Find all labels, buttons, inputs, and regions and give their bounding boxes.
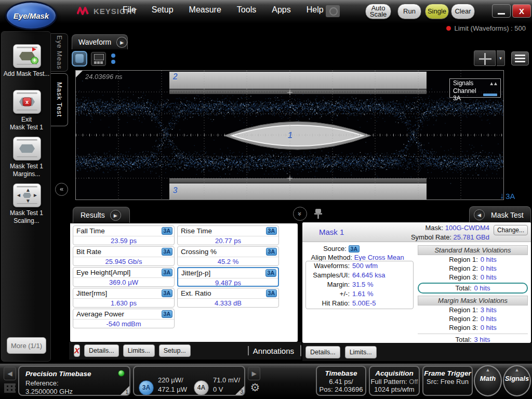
mask-scaling-button[interactable]: ◄ ► ▲ ▼	[13, 183, 41, 207]
change-mask-button[interactable]: Change...	[494, 225, 528, 235]
results-tab-expand-icon[interactable]: ▶	[110, 210, 121, 221]
sidebar-collapse-button[interactable]: «	[55, 183, 68, 196]
info-row: +/-:1.61 %	[306, 289, 413, 299]
source-badge: 3A	[162, 248, 172, 256]
gear-icon[interactable]: ⚙	[248, 381, 262, 394]
move-tool-dropdown[interactable]: ▼	[497, 50, 505, 66]
tiled-view-button[interactable]	[91, 52, 106, 66]
symbol-rate-value: 25.781 GBd	[454, 233, 489, 241]
run-button[interactable]: Run	[397, 4, 421, 19]
margins-hexagon-icon	[19, 144, 35, 153]
results-limits-button[interactable]: Limits...	[123, 344, 155, 357]
menu-help[interactable]: Help	[307, 5, 324, 15]
signals-button[interactable]: ▲ Signals	[503, 365, 531, 396]
menu-file[interactable]: File	[123, 5, 136, 15]
source-badge: 3A	[266, 289, 277, 297]
arrow-icon	[32, 47, 36, 51]
measurement-rise-time[interactable]: Rise Time3A 20.77 ps	[177, 225, 279, 245]
collapse-panel-button[interactable]: »	[293, 207, 307, 221]
waveform-tab-expand-icon[interactable]: ▶	[116, 37, 127, 48]
mask-test-footer: Details... Limits...	[302, 343, 532, 361]
mask-test-header: Mask 1 Mask: 100G-CWDM4 Change... Symbol…	[302, 222, 531, 242]
menu-tools[interactable]: Tools	[237, 5, 256, 15]
panel-corner-number: 1	[125, 389, 128, 395]
precision-timebase-panel[interactable]: Precision Timebase Reference: 3.2500000 …	[18, 366, 130, 396]
add-mask-test-button[interactable]: +	[13, 44, 41, 68]
frame-trigger-panel[interactable]: Frame Trigger Src: Free Run	[422, 366, 473, 396]
measurement-ext-ratio[interactable]: Ext. Ratio3A 4.333 dB	[177, 288, 279, 308]
toolbar-handle-icon[interactable]	[111, 54, 115, 64]
mask-margins-button[interactable]	[13, 137, 41, 161]
tab-eye-meas[interactable]: Eye Meas	[51, 33, 68, 72]
waveform-menu-button[interactable]	[511, 51, 529, 65]
statusbar-left-arrow[interactable]: ◀	[4, 367, 16, 380]
clear-button[interactable]: Clear	[451, 4, 475, 19]
standard-violations-title: Standard Mask Violations	[418, 245, 528, 255]
menu-measure[interactable]: Measure	[189, 5, 221, 15]
chevron-up-icon: ▲	[475, 366, 501, 374]
trigger-source-row: Src: Free Run	[423, 378, 472, 385]
mask-region-3-label: 3	[173, 186, 178, 195]
mask-test-tab-expand-icon[interactable]: ◀	[474, 209, 485, 220]
measurement-eye-height[interactable]: Eye Height[Ampl]3A 369.0 µW	[73, 267, 175, 287]
measurement-jitter-pp[interactable]: Jitter[p-p]3A 9.487 ps	[177, 267, 279, 287]
status-led-icon	[118, 370, 125, 377]
exit-mask-test-button[interactable]: x	[13, 90, 41, 114]
channel-4a-scale: 71.0 mV/	[213, 376, 240, 384]
violation-row: Region 3:0 hits	[418, 323, 528, 332]
results-panel: Fall Time3A 23.59 ps Rise Time3A 20.77 p…	[70, 223, 298, 342]
limit-status-text: Limit (Waveforms) : 500	[455, 24, 526, 32]
tab-mask-test-vertical[interactable]: Mask Test	[51, 73, 68, 126]
source-badge: 3A	[266, 227, 277, 235]
minimize-icon	[498, 13, 505, 15]
annotation-color-button[interactable]	[300, 345, 301, 356]
status-bar: ◀ Precision Timebase Reference: 3.250000…	[0, 364, 532, 399]
more-button[interactable]: More (1/1)	[7, 337, 46, 354]
info-row: Waveforms:500 wfm	[306, 261, 413, 271]
precision-timebase-title: Precision Timebase	[25, 370, 91, 378]
keypad-icon[interactable]	[4, 383, 16, 393]
delete-measurement-button[interactable]: X	[74, 344, 80, 357]
minimize-button[interactable]	[492, 4, 511, 18]
results-setup-button[interactable]: Setup...	[159, 344, 191, 357]
channels-panel[interactable]: 3A 220 µW/ 472.1 µW 4A 71.0 mV/ 0 V 3	[133, 366, 245, 396]
eye-diagram-plot[interactable]: 2 3 1 24.03696 ns Signals ▲▲ Channel 3A	[75, 70, 504, 200]
title-bar: KEYSIGHT File Setup Measure Tools Apps H…	[0, 0, 532, 23]
auto-scale-button[interactable]: Auto Scale	[365, 4, 391, 19]
legend-collapse-icon[interactable]: ▲▲	[489, 81, 497, 86]
panel-corner-number: 3	[240, 389, 243, 395]
mask-test-tab[interactable]: ◀ Mask Test	[469, 206, 531, 223]
mask-details-button[interactable]: Details...	[305, 346, 340, 358]
timebase-panel[interactable]: Timebase 6.41 ps/ Pos: 24.03696 ns	[316, 366, 366, 396]
mask-limits-button[interactable]: Limits...	[345, 346, 377, 358]
move-tool-button[interactable]	[474, 50, 496, 66]
math-button[interactable]: ▲ Math	[474, 365, 502, 396]
signals-legend[interactable]: Signals ▲▲ Channel 3A	[449, 78, 501, 98]
channel-color-swatch	[483, 94, 498, 96]
statusbar-right-arrow[interactable]: ▶	[248, 367, 260, 380]
down-arrow-icon: ▼	[25, 198, 31, 204]
single-button[interactable]: Single	[425, 4, 449, 19]
channel-4a-badge[interactable]: 4A	[194, 380, 209, 395]
acquisition-panel[interactable]: Acquisition Full Pattern: Off 1024 pts/w…	[369, 366, 420, 396]
results-details-button[interactable]: Details...	[84, 344, 119, 357]
close-button[interactable]: X	[512, 4, 531, 18]
measurement-fall-time[interactable]: Fall Time3A 23.59 ps	[73, 225, 175, 245]
single-view-button[interactable]	[72, 51, 87, 66]
results-tab[interactable]: Results ▶	[73, 207, 130, 223]
measurement-crossing[interactable]: Crossing %3A 45.2 %	[177, 246, 279, 266]
menu-apps[interactable]: Apps	[272, 5, 290, 15]
margins-label-line2: Margins...	[2, 170, 51, 178]
measurement-average-power[interactable]: Average Power3A -540 mdBm	[73, 309, 175, 328]
measurement-jitter-rms[interactable]: Jitter[rms]3A 1.630 ps	[73, 288, 175, 308]
exit-x-icon: x	[23, 98, 32, 107]
waveform-tab[interactable]: Waveform ▶	[72, 34, 128, 49]
measurement-bit-rate[interactable]: Bit Rate3A 25.945 Gb/s	[73, 246, 175, 266]
pin-icon[interactable]	[314, 208, 323, 219]
camera-icon[interactable]	[326, 5, 340, 17]
menu-setup[interactable]: Setup	[152, 5, 174, 15]
align-method-row: Align Method: Eye Cross Mean	[302, 254, 411, 261]
channel-3a-badge[interactable]: 3A	[139, 380, 154, 395]
annotations-checkbox[interactable]	[248, 346, 249, 355]
exit-label-line1: Exit	[2, 116, 51, 124]
